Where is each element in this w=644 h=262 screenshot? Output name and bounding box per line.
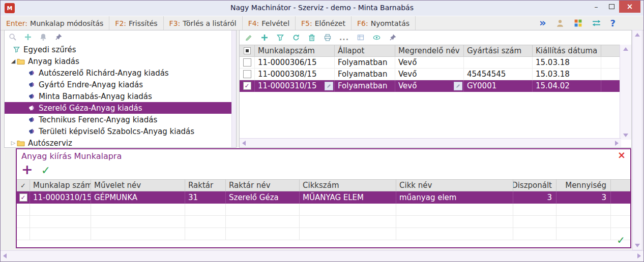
- pin-icon[interactable]: [54, 33, 63, 41]
- scroll-right-icon[interactable]: [637, 253, 641, 258]
- cell-kiallitas-datuma[interactable]: 15.03.18: [533, 69, 601, 80]
- tree-item-technikus-ferenc[interactable]: Technikus Ferenc-Anyag kiadás: [5, 114, 236, 125]
- tree-item-minta-barnabas[interactable]: Minta Barnabás-Anyag kiadás: [5, 90, 236, 102]
- column-header-cikkszam[interactable]: Cikkszám: [300, 180, 396, 191]
- fn-f3-delete-from-list[interactable]: F3: Törlés a listáról: [164, 16, 243, 30]
- fn-f4-add[interactable]: F4: Felvétel: [243, 16, 296, 30]
- dialog-close-icon[interactable]: ×: [618, 150, 626, 160]
- column-header-gyartasi-szam[interactable]: Gyártási szám: [464, 45, 533, 56]
- tree-folder-anyag-kiadas[interactable]: ◢ Anyag kiadás: [5, 55, 236, 67]
- column-header-cikk-nev[interactable]: Cikk név: [396, 180, 513, 191]
- row-checkbox-cell[interactable]: [240, 69, 255, 80]
- cell-cikkszam[interactable]: MŰANYAG ELEM: [300, 191, 396, 204]
- cell-munkalapszam[interactable]: 11-0000308/15: [255, 69, 335, 80]
- bell-icon[interactable]: [39, 33, 47, 41]
- select-all-check[interactable]: ✓: [17, 180, 30, 191]
- cell-megrendelo-nev[interactable]: Vevő: [395, 69, 464, 80]
- search-icon[interactable]: [9, 33, 17, 41]
- fn-f2-refresh[interactable]: F2: Frissítés: [109, 16, 163, 30]
- expand-chevrons-icon[interactable]: »: [539, 18, 546, 28]
- column-header-munkalapszam[interactable]: Munkalapszám: [255, 45, 335, 56]
- column-header-muvelet-nev[interactable]: Művelet név: [91, 180, 185, 191]
- edit-pencil-icon[interactable]: [245, 34, 253, 42]
- row-checkbox[interactable]: [243, 58, 251, 67]
- tree-item-gyarto-endre[interactable]: Gyártó Endre-Anyag kiadás: [5, 79, 236, 90]
- cell-gyartasi-szam[interactable]: 45454545: [464, 69, 533, 80]
- refresh-icon[interactable]: [292, 34, 300, 42]
- maximize-button[interactable]: [604, 1, 619, 13]
- column-header-munkalap-szam[interactable]: Munkalap szám: [30, 180, 91, 191]
- inline-edit-icon[interactable]: [325, 82, 333, 90]
- worksheet-row-2[interactable]: 11-0000308/15 Folyamatban Vevő 45454545 …: [240, 69, 620, 80]
- column-header-raktar[interactable]: Raktár: [185, 180, 226, 191]
- cell-megrendelo-nev[interactable]: Vevő: [395, 57, 464, 69]
- tree-folder-autoszerviz[interactable]: ▷ Autószerviz: [5, 137, 236, 148]
- worksheet-horizontal-scrollbar[interactable]: [240, 138, 621, 147]
- eye-preview-icon[interactable]: [372, 34, 381, 42]
- cell-mennyiseg[interactable]: 3: [557, 191, 611, 204]
- tree-scrollbar[interactable]: [231, 30, 236, 147]
- row-checkbox-cell[interactable]: [240, 57, 255, 69]
- delete-trash-icon[interactable]: [308, 34, 316, 42]
- filter-icon[interactable]: [276, 34, 284, 42]
- row-checkbox-checked[interactable]: ✓: [243, 82, 251, 90]
- column-header-mennyiseg[interactable]: Mennyiség: [557, 180, 611, 191]
- minimize-button[interactable]: –: [589, 1, 604, 13]
- column-header-diszponalt[interactable]: Diszponált: [513, 180, 557, 191]
- worksheet-row-1[interactable]: 11-0000306/15 Folyamatban Vevő 15.03.18: [240, 57, 620, 69]
- tree-item-autoszerelo-richard[interactable]: Autószerelő Richárd-Anyag kiadás: [5, 67, 236, 79]
- row-checkbox[interactable]: [243, 70, 251, 78]
- cell-allapot[interactable]: Folyamatban: [335, 57, 395, 69]
- cell-megrendelo-nev[interactable]: Vevő: [395, 80, 464, 92]
- scroll-up-icon[interactable]: [623, 47, 628, 51]
- cell-allapot[interactable]: Folyamatban: [335, 69, 395, 80]
- cell-gyartasi-szam[interactable]: [464, 57, 533, 69]
- cell-cikk-nev[interactable]: műanyag elem: [396, 191, 513, 204]
- cell-raktar[interactable]: 31: [185, 191, 226, 204]
- row-checkbox-cell[interactable]: ✓: [240, 80, 255, 92]
- dialog-confirm-icon[interactable]: ✓: [41, 165, 50, 176]
- column-header-raktar-nev[interactable]: Raktár név: [226, 180, 300, 191]
- cell-muvelet-nev[interactable]: GÉPMUNKA: [91, 191, 185, 204]
- collapse-icon[interactable]: ◢: [10, 58, 17, 64]
- transfer-arrows-icon[interactable]: [592, 19, 601, 27]
- cell-munkalapszam[interactable]: 11-0000310/15: [255, 80, 335, 92]
- cell-kiallitas-datuma[interactable]: 15.04.02: [533, 80, 601, 92]
- select-all-checkbox[interactable]: [240, 45, 255, 56]
- more-options-icon[interactable]: ...: [339, 34, 349, 42]
- worksheet-row-3-selected[interactable]: ✓ 11-0000310/15 Folyamatban Vevő GY0001 …: [240, 80, 620, 92]
- apps-grid-icon[interactable]: [574, 19, 582, 27]
- fn-f5-preview[interactable]: F5: Előnézet: [296, 16, 352, 30]
- scroll-up-icon[interactable]: [635, 33, 640, 37]
- row-checkbox-cell[interactable]: ✓: [17, 191, 30, 204]
- row-checkbox-checked[interactable]: ✓: [19, 193, 27, 202]
- print-icon[interactable]: [324, 34, 332, 42]
- worksheet-vertical-scrollbar[interactable]: [620, 45, 631, 140]
- cell-gyartasi-szam[interactable]: GY0001: [464, 80, 533, 92]
- pin-icon[interactable]: [389, 34, 397, 42]
- scroll-down-icon[interactable]: [635, 244, 640, 247]
- fn-f6-print[interactable]: F6: Nyomtatás: [352, 16, 416, 30]
- fn-enter-modify[interactable]: Enter: Munkalap módosítás: [1, 16, 109, 30]
- help-icon[interactable]: ?: [610, 18, 616, 28]
- scroll-left-icon[interactable]: [3, 253, 7, 258]
- tree-item-szerelo-geza-selected[interactable]: Szerelő Géza-Anyag kiadás: [5, 102, 236, 114]
- cell-allapot[interactable]: Folyamatban: [335, 80, 395, 92]
- expand-icon[interactable]: ▷: [10, 140, 17, 146]
- column-header-kiallitas-datuma[interactable]: Kiállítás dátuma: [533, 45, 601, 56]
- scroll-right-icon[interactable]: [615, 141, 619, 146]
- dialog-bottom-confirm-icon[interactable]: ✓: [617, 234, 625, 246]
- export-table-icon[interactable]: [357, 34, 365, 42]
- cell-raktar-nev[interactable]: Szerelő Géza: [226, 191, 300, 204]
- inline-edit-icon[interactable]: [454, 82, 462, 90]
- close-button[interactable]: ×: [619, 1, 640, 13]
- scroll-down-icon[interactable]: [623, 134, 628, 137]
- column-header-megrendelo-nev[interactable]: Megrendelő név: [395, 45, 464, 56]
- tree-item-teruleti-kepviselo[interactable]: Területi képviselő Szabolcs-Anyag kiadás: [5, 125, 236, 137]
- cell-diszponalt[interactable]: 3: [513, 191, 557, 204]
- cell-kiallitas-datuma[interactable]: 15.03.18: [533, 57, 601, 69]
- window-vertical-scrollbar[interactable]: [632, 30, 642, 250]
- tree-item-custom-filter[interactable]: Egyedi szűrés: [5, 44, 236, 55]
- column-header-allapot[interactable]: Állapot: [335, 45, 395, 56]
- cell-munkalap-szam[interactable]: 11-0000310/15: [30, 191, 91, 204]
